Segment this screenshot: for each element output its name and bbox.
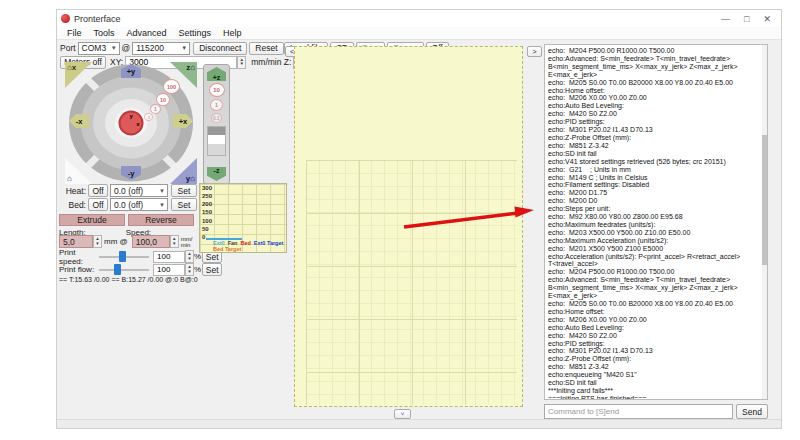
log-line: echo: M92 X80.00 Y80.00 Z800.00 E95.68	[548, 213, 759, 221]
send-button[interactable]: Send	[736, 404, 768, 419]
menu-bar: FileToolsAdvancedSettingsHelp	[57, 27, 781, 40]
log-line: echo: M420 S0 Z2.00	[548, 110, 759, 118]
log-line: echo: M205 S0.00 T0.00 B20000 X8.00 Y8.0…	[548, 79, 759, 87]
graph-legend-label: Bed	[240, 240, 250, 246]
log-line: echo:Auto Bed Leveling:	[548, 324, 759, 332]
bed-label: Bed:	[59, 200, 86, 210]
screen: Pronterface — □ ✕ FileToolsAdvancedSetti…	[0, 0, 800, 440]
log-line: echo:Advanced: S<min_feedrate> T<min_tra…	[548, 276, 759, 300]
print-flow-set-button[interactable]: Set	[202, 263, 222, 276]
print-flow-value[interactable]: 100	[153, 264, 185, 276]
reset-button[interactable]: Reset	[249, 42, 283, 55]
mm-at-label: mm @	[104, 237, 128, 246]
print-flow-label: Print flow:	[59, 265, 99, 274]
log-scrollbar-thumb[interactable]	[762, 135, 767, 265]
minimize-button[interactable]: —	[721, 14, 730, 24]
heat-set-button[interactable]: Set	[171, 184, 197, 197]
bed-temp-row: Bed: Off 0.0 (off)▼ Set	[59, 198, 197, 211]
log-line: echo: M201 X500 Y500 Z100 E5000	[548, 245, 759, 253]
log-output[interactable]: echo: M204 P500.00 R1000.00 T500.00echo:…	[544, 44, 768, 400]
log-line: echo:V41 stored settings retrieved (526 …	[548, 158, 759, 166]
baud-select[interactable]: 115200▼	[132, 42, 190, 55]
log-line: echo: M205 S0.00 T0.00 B20000 X8.00 Y8.0…	[548, 300, 759, 308]
viewer-collapse-down-button[interactable]: ˅	[394, 409, 411, 419]
log-line: echo: G21 ; Units in mm	[548, 166, 759, 174]
print-speed-value[interactable]: 100	[153, 251, 185, 263]
graph-tick-label: 200	[202, 201, 212, 207]
graph-tick-label: 150	[202, 209, 212, 215]
hotend-temp-row: Heat: Off 0.0 (off)▼ Set	[59, 184, 197, 197]
menu-item[interactable]: Advanced	[121, 28, 173, 38]
port-select[interactable]: COM3▼	[78, 42, 120, 55]
log-line: echo: M206 X0.00 Y0.00 Z0.00	[548, 94, 759, 102]
log-line: echo: M203 X500.00 Y500.00 Z10.00 E50.00	[548, 229, 759, 237]
log-line: echo:Z-Probe Offset (mm):	[548, 134, 759, 142]
jog-step-1-label: 1	[150, 104, 161, 114]
mm-min-label: mm/ min	[181, 236, 195, 248]
z-jog-column: +z 10 1 0.1 -z	[203, 64, 230, 184]
log-line: echo:enqueueing "M420 S1"	[548, 371, 759, 379]
log-line: echo:Maximum feedrates (units/s):	[548, 221, 759, 229]
graph-y-axis-ticks: 300250200150100500	[202, 185, 212, 240]
bed-temp-select[interactable]: 0.0 (off)▼	[110, 198, 168, 211]
xy-jog-pad[interactable]: 100 10 1 .1 y x +y -y -x +x ⌂x z⌂ ⌂ y⌂	[65, 62, 197, 184]
graph-tick-label: 250	[202, 193, 212, 199]
log-line: echo:Maximum Acceleration (units/s2):	[548, 237, 759, 245]
reverse-button[interactable]: Reverse	[128, 214, 194, 226]
extrude-length-spinner[interactable]: ▲▼	[93, 235, 102, 248]
z-step-01-button[interactable]: 0.1	[211, 113, 222, 123]
disconnect-button[interactable]: Disconnect	[193, 42, 247, 55]
menu-item[interactable]: Help	[217, 28, 248, 38]
menu-item[interactable]: Tools	[88, 28, 121, 38]
log-line: echo: M420 S0 Z2.00	[548, 332, 759, 340]
extrude-speed-field[interactable]: 100,0	[132, 235, 170, 248]
extrude-length-field[interactable]: 5,0	[59, 235, 93, 248]
z-step-1-button[interactable]: 1	[210, 99, 223, 111]
graph-tick-label: 50	[202, 226, 212, 232]
jog-center-axes-icon[interactable]: y x	[119, 111, 144, 136]
bed-off-button[interactable]: Off	[88, 198, 108, 211]
viewer-collapse-right-button[interactable]: >	[527, 46, 542, 57]
chevron-down-icon: ▼	[181, 45, 187, 51]
log-line: echo:Advanced: S<min_feedrate> T<min_tra…	[548, 55, 759, 79]
log-line: echo: M149 C ; Units in Celsius	[548, 174, 759, 182]
gcode-viewer[interactable]	[294, 46, 523, 407]
print-flow-slider[interactable]	[99, 264, 149, 276]
print-speed-slider[interactable]	[99, 251, 149, 263]
log-line: echo:SD init fail	[548, 150, 759, 158]
command-input[interactable]	[544, 404, 733, 419]
maximize-button[interactable]: □	[744, 14, 749, 24]
heat-off-button[interactable]: Off	[88, 184, 108, 197]
title-bar: Pronterface — □ ✕	[57, 10, 781, 27]
print-speed-unit: %	[194, 252, 201, 261]
extrude-speed-spinner[interactable]: ▲▼	[170, 235, 179, 248]
at-label: @	[122, 43, 131, 53]
jog-plus-z-button[interactable]: +z	[207, 67, 226, 81]
chevron-down-icon: ▼	[111, 45, 117, 51]
z-step-10-button[interactable]: 10	[209, 83, 225, 97]
jog-step-100-label: 100	[163, 79, 180, 94]
gcode-viewer-grid	[306, 160, 517, 405]
print-speed-spinner[interactable]: ▲▼	[185, 250, 194, 263]
log-line: echo: M200 D0	[548, 197, 759, 205]
menu-item[interactable]: File	[61, 28, 88, 38]
temperature-status-line: == T:15.63 /0.00 == B:15.27 /0.00 @:0 B@…	[59, 276, 198, 283]
print-flow-spinner[interactable]: ▲▼	[185, 263, 194, 276]
graph-tick-label: 100	[202, 218, 212, 224]
log-line: echo:Auto Bed Leveling:	[548, 102, 759, 110]
jog-step-01-label: .1	[144, 113, 153, 121]
heat-temp-select[interactable]: 0.0 (off)▼	[110, 184, 168, 197]
log-scrollbar[interactable]	[762, 45, 767, 399]
menu-item[interactable]: Settings	[173, 28, 218, 38]
print-flow-unit: %	[194, 265, 201, 274]
jog-minus-z-button[interactable]: -z	[207, 167, 226, 181]
log-line: echo:Home offset:	[548, 87, 759, 95]
graph-legend-label: Bed Target	[213, 246, 241, 252]
print-flow-row: Print flow: 100 ▲▼ % Set	[59, 263, 222, 276]
bed-set-button[interactable]: Set	[171, 198, 197, 211]
close-button[interactable]: ✕	[763, 14, 771, 24]
graph-legend-label: Ext0 Target	[254, 240, 284, 246]
extrude-button[interactable]: Extrude	[59, 214, 125, 226]
print-speed-row: Print speed: 100 ▲▼ % Set	[59, 250, 222, 263]
z-jog-track[interactable]	[207, 126, 226, 156]
